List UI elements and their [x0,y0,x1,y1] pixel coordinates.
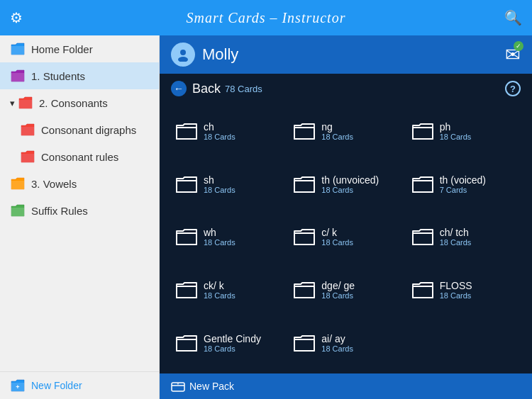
grid-item-text: sh 18 Cards [204,174,235,194]
item-count: 18 Cards [204,133,235,141]
grid-item-text: dge/ ge 18 Cards [321,280,355,300]
person-icon [176,47,190,62]
sidebar-item-students-label: 1. Students [31,70,85,82]
grid-item-1[interactable]: ng 18 Cards [289,108,402,155]
grid-item-12[interactable]: Gentle Cindy 18 Cards [171,319,284,366]
sidebar-item-vowels[interactable]: 3. Vowels [0,170,159,197]
sidebar-item-rules-label: Consonant rules [41,151,118,163]
app-title: Smart Cards – Instructor [187,10,346,26]
grid-item-text: c/ k 18 Cards [321,227,353,247]
help-label: ? [510,84,516,94]
folder-icon [175,175,198,193]
item-name: dge/ ge [321,280,355,291]
svg-point-1 [180,50,186,55]
sidebar-item-consonant-rules[interactable]: Consonant rules [0,143,159,170]
item-name: ch [204,121,235,133]
folder-icon [293,334,316,352]
sidebar-item-consonant-digraphs[interactable]: Consonant digraphs [0,116,159,143]
grid-item-2[interactable]: ph 18 Cards [407,108,521,155]
folder-icon [411,122,434,140]
item-count: 18 Cards [204,344,261,353]
folder-icon [175,281,198,299]
grid-item-5[interactable]: th (voiced) 7 Cards [407,161,521,208]
grid-item-text: ch 18 Cards [204,121,235,141]
sidebar-item-suffix[interactable]: Suffix Rules [0,197,159,224]
item-name: Gentle Cindy [204,333,261,344]
sidebar: Home Folder 1. Students ▾ 2. Consonants [0,35,160,399]
grid-item-text: FLOSS 18 Cards [440,280,472,300]
cards-count: 78 Cards [225,84,262,94]
grid-item-3[interactable]: sh 18 Cards [171,161,284,208]
grid-item-13[interactable]: ai/ ay 18 Cards [289,319,402,366]
item-count: 18 Cards [440,291,472,300]
gear-icon[interactable]: ⚙ [10,9,23,26]
grid-item-9[interactable]: ck/ k 18 Cards [171,266,284,314]
grid-item-11[interactable]: FLOSS 18 Cards [407,266,521,314]
item-name: wh [204,227,235,238]
check-icon: ✓ [516,43,521,50]
sidebar-item-home-label: Home Folder [31,43,93,55]
folder-icon [10,177,26,190]
mail-button[interactable]: ✉ ✓ [505,44,521,66]
user-name: Molly [202,45,238,64]
item-count: 18 Cards [440,238,472,247]
grid-item-8[interactable]: ch/ tch 18 Cards [407,213,521,261]
sidebar-item-students[interactable]: 1. Students [0,62,159,89]
sidebar-content: Home Folder 1. Students ▾ 2. Consonants [0,35,159,371]
back-button[interactable]: ← Back 78 Cards [171,81,262,96]
back-circle-icon: ← [171,81,187,96]
item-name: th (voiced) [440,174,486,186]
folder-icon [175,122,198,140]
item-count: 18 Cards [321,291,355,300]
item-count: 18 Cards [321,133,353,141]
back-label: Back [192,82,221,96]
grid-item-7[interactable]: c/ k 18 Cards [289,213,402,261]
folder-icon [293,175,316,193]
item-name: FLOSS [440,280,472,291]
grid-item-text: th (unvoiced) 18 Cards [321,174,379,194]
grid-item-0[interactable]: ch 18 Cards [171,108,284,155]
folder-icon [293,227,316,246]
main-content: Molly ✉ ✓ ← Back 78 Cards ? [160,35,532,399]
item-count: 18 Cards [204,238,235,247]
item-name: ng [321,121,353,133]
mail-badge: ✓ [514,41,523,51]
help-button[interactable]: ? [505,81,521,96]
grid-item-text: ck/ k 18 Cards [204,280,235,300]
item-name: th (unvoiced) [321,174,379,186]
svg-text:+: + [177,381,179,386]
app-header: ⚙ Smart Cards – Instructor 🔍 [0,0,532,35]
new-pack-button[interactable]: + New Pack [160,373,532,399]
grid-item-text: ph 18 Cards [440,121,472,141]
item-count: 18 Cards [204,186,235,194]
folder-icon [20,123,35,136]
avatar [171,43,195,67]
back-bar: ← Back 78 Cards ? [160,74,532,103]
sidebar-item-home[interactable]: Home Folder [0,35,159,62]
search-icon[interactable]: 🔍 [504,9,522,26]
grid-item-10[interactable]: dge/ ge 18 Cards [289,266,402,314]
item-count: 18 Cards [440,133,472,141]
svg-text:+: + [16,383,19,390]
new-folder-button[interactable]: + New Folder [0,371,159,399]
folder-icon [175,227,198,246]
folder-icon [10,204,26,217]
folder-icon [175,334,198,352]
grid-item-4[interactable]: th (unvoiced) 18 Cards [289,161,402,208]
new-folder-icon: + [10,379,26,392]
new-folder-label: New Folder [31,380,82,391]
folder-icon [20,150,35,163]
grid-item-text: th (voiced) 7 Cards [440,174,486,194]
cards-grid: ch 18 Cards ng 18 Cards ph 18 Cards sh 1… [160,103,532,373]
item-name: ai/ ay [321,333,353,344]
folder-icon [293,122,316,140]
sidebar-item-consonants-label: 2. Consonants [39,97,108,109]
item-name: sh [204,174,235,186]
folder-icon [18,96,33,109]
sidebar-item-consonants[interactable]: ▾ 2. Consonants [0,89,159,116]
sidebar-item-vowels-label: 3. Vowels [31,178,77,190]
folder-icon [10,69,26,82]
grid-item-6[interactable]: wh 18 Cards [171,213,284,261]
item-count: 18 Cards [321,186,379,194]
chevron-icon: ▾ [10,98,15,108]
